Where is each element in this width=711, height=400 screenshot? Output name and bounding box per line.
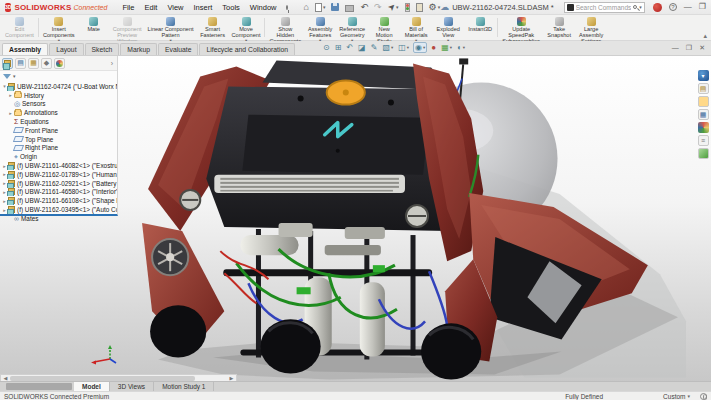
instant3d-button[interactable]: Instant3D (464, 15, 496, 40)
help-button[interactable]: ? (669, 3, 677, 11)
file-properties-button[interactable] (416, 3, 423, 12)
zoom-to-area-icon[interactable]: ⊞ (334, 43, 343, 52)
print-button[interactable] (345, 3, 354, 12)
tree-item-component-shape-exterior[interactable]: ▸(f) UBW-21161-66108<1> ("Shape Ex (1, 196, 117, 205)
insert-components-button[interactable]: InsertComponents▾ (40, 15, 78, 40)
menu-view[interactable]: View (162, 2, 188, 13)
menu-edit[interactable]: Edit (139, 2, 162, 13)
dimxpert-icon[interactable]: ◆ (41, 58, 52, 69)
forum-icon[interactable] (698, 148, 709, 159)
brand-name: SOLIDWORKS (14, 3, 71, 12)
threedexperience-icon[interactable]: ▾ (698, 70, 709, 81)
select-tool-button[interactable]: ➤▾ (388, 2, 399, 12)
user-avatar[interactable] (653, 3, 662, 12)
take-snapshot-button[interactable]: TakeSnapshot (543, 15, 575, 40)
tree-item-mates[interactable]: ∞Mates (1, 214, 117, 223)
options-button[interactable]: ⚙▾ (429, 2, 441, 12)
edit-component-button[interactable]: EditComponent (2, 15, 37, 40)
tree-item-top-plane[interactable]: Top Plane (1, 135, 117, 144)
exploded-view-button[interactable]: ExplodedView▾ (432, 15, 464, 40)
menu-window[interactable]: Window (245, 2, 282, 13)
file-explorer-icon[interactable] (698, 96, 709, 107)
menu-file[interactable]: File (117, 2, 139, 13)
minimize-button[interactable]: — (684, 3, 692, 11)
assembly-features-button[interactable]: AssemblyFeatures▾ (304, 15, 336, 40)
graphics-area[interactable]: ▤ ▦ ◆ › ▾ ▾UBW-21162-04724 ("U-Boat Worx… (0, 56, 711, 384)
tree-item-component-battery-system[interactable]: ▸(f) UBW-21162-02921<1> ("Battery S (1, 179, 117, 188)
tab-sketch[interactable]: Sketch (85, 43, 120, 55)
tab-layout[interactable]: Layout (49, 43, 83, 55)
reference-geometry-button[interactable]: ReferenceGeometry▾ (336, 15, 368, 40)
smart-fasteners-button[interactable]: SmartFasteners (197, 15, 229, 40)
tree-filter[interactable]: ▾ (0, 71, 117, 81)
dynamic-annotation-icon[interactable]: ✎ (370, 43, 379, 52)
view-orientation-icon[interactable]: ▧▾ (381, 43, 394, 52)
undo-button[interactable]: ↶ (360, 2, 368, 12)
menu-tools[interactable]: Tools (217, 2, 245, 13)
save-button[interactable] (331, 3, 339, 11)
mate-button[interactable]: Mate (78, 15, 110, 40)
unit-system-dropdown[interactable]: Custom▾ (663, 393, 690, 400)
displaymanager-icon[interactable] (54, 58, 65, 69)
doc-restore-button[interactable]: ❐ (686, 44, 692, 52)
tab-lifecycle-and-collaboration[interactable]: Lifecycle and Collaboration (199, 43, 295, 55)
configurationmanager-icon[interactable]: ▦ (28, 58, 39, 69)
redo-button[interactable]: ↷ (374, 2, 382, 12)
move-component-button[interactable]: MoveComponent▾ (229, 15, 264, 40)
new-motion-study-button[interactable]: NewMotionStudy (368, 15, 400, 40)
tab-evaluate[interactable]: Evaluate (158, 43, 198, 55)
tree-item-equations[interactable]: ΣEquations (1, 117, 117, 126)
update-speedpak-button[interactable]: UpdateSpeedPakSubassemblies (499, 15, 543, 40)
home-button[interactable]: ⌂ (304, 2, 309, 12)
doc-minimize-button[interactable]: — (672, 44, 679, 52)
tree-item-right-plane[interactable]: Right Plane (1, 144, 117, 153)
ribbon-collapse-caret[interactable]: ▴ (703, 32, 707, 40)
restore-button[interactable]: ❐ (699, 3, 706, 11)
tab-scroll-area[interactable] (6, 383, 72, 390)
tree-item-component-exostructure[interactable]: ▸(f) UBW-21161-46082<1> ("Exostruc (1, 161, 117, 170)
tree-item-annotations[interactable]: ▸Annotations (1, 108, 117, 117)
menu-insert[interactable]: Insert (189, 2, 218, 13)
new-document-button[interactable]: ▾ (315, 3, 326, 12)
featuremanager-tree-icon[interactable] (2, 58, 13, 69)
tab-markup[interactable]: Markup (120, 43, 157, 55)
rebuild-button[interactable] (405, 3, 410, 12)
tree-item-component-auto-control[interactable]: ▸(f) UBW-21162-03495<1> ("Auto Co (1, 205, 117, 214)
view-palette-icon[interactable]: ▦ (698, 109, 709, 120)
zoom-to-fit-icon[interactable]: ⊙ (322, 43, 331, 52)
linear-component-pattern-button[interactable]: Linear ComponentPattern▾ (145, 15, 197, 40)
tab-assembly[interactable]: Assembly (2, 43, 48, 55)
component-preview-window-button[interactable]: ComponentPreviewWindow (110, 15, 145, 40)
appearances-icon[interactable] (698, 122, 709, 133)
design-library-icon[interactable]: ▤ (698, 83, 709, 94)
large-assembly-settings-button[interactable]: LargeAssemblySettings▾ (575, 15, 607, 40)
search-icon[interactable] (633, 5, 637, 9)
propertymanager-icon[interactable]: ▤ (15, 58, 26, 69)
tree-item-component-interior[interactable]: ▸(f) UBW-21161-46580<1> ("Interior") (1, 188, 117, 197)
tree-item-origin[interactable]: ⌖Origin (1, 152, 117, 161)
tree-root-assembly[interactable]: ▾UBW-21162-04724 ("U-Boat Worx NEMO (1, 82, 117, 91)
tab-motion-study-1[interactable]: Motion Study 1 (154, 382, 214, 391)
hide-show-items-icon[interactable]: ◉▾ (413, 42, 427, 53)
display-style-icon[interactable]: ◫▾ (397, 43, 410, 52)
doc-close-button[interactable]: ✕ (699, 44, 705, 52)
panel-expand-arrow[interactable]: › (111, 60, 115, 67)
tree-item-history[interactable]: ▸History (1, 91, 117, 100)
tree-item-component-human-interface[interactable]: ▸(f) UBW-21162-01789<1> ("Human I (1, 170, 117, 179)
edit-appearance-icon[interactable]: ● (430, 43, 437, 52)
section-view-icon[interactable]: ◪ (357, 43, 367, 52)
tree-item-sensors[interactable]: ◎Sensors (1, 100, 117, 109)
tab-3d-views[interactable]: 3D Views (110, 382, 154, 391)
custom-properties-icon[interactable]: ≡ (698, 135, 709, 146)
submarine-3d-model[interactable] (128, 58, 690, 382)
search-commands-box[interactable]: Search Commands ▾ (564, 2, 645, 13)
bill-of-materials-button[interactable]: Bill ofMaterials▾ (400, 15, 432, 40)
previous-view-icon[interactable]: ↶ (345, 43, 354, 52)
pin-menu-icon[interactable] (286, 5, 288, 10)
apply-scene-icon[interactable]: ▦▾ (440, 43, 453, 52)
view-settings-icon[interactable]: ◐▾ (456, 43, 466, 52)
globe-icon[interactable] (700, 393, 707, 400)
tab-model[interactable]: Model (74, 382, 110, 391)
show-hidden-components-button[interactable]: ShowHiddenComponents (266, 15, 304, 40)
tree-item-front-plane[interactable]: Front Plane (1, 126, 117, 135)
